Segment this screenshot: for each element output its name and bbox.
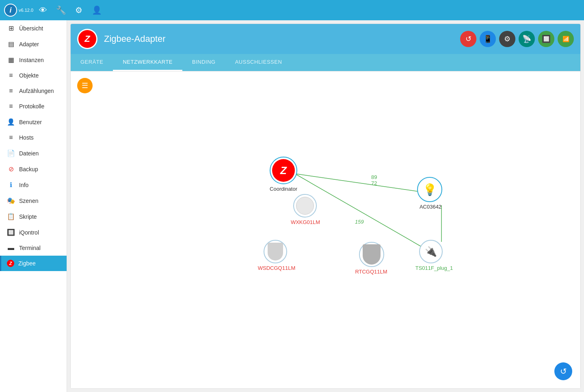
zigbee-icon: Z <box>7 260 14 267</box>
sidebar-label-objekte: Objekte <box>19 72 39 79</box>
label-wsdcgq11lm: WSDCGQ11LM <box>254 265 299 271</box>
node-coordinator[interactable]: Z <box>270 157 297 184</box>
objekte-icon: ≡ <box>7 72 15 79</box>
skripte-icon: 📋 <box>7 213 15 220</box>
sidebar-item-objekte[interactable]: ≡ Objekte <box>0 68 67 83</box>
sidebar-label-benutzer: Benutzer <box>19 119 42 125</box>
version-label: v6.12.0 <box>19 8 33 13</box>
network-lines: 89 72 159 <box>71 71 580 388</box>
adapter-header: Z Zigbee-Adapter ↺ 📱 ⚙ 📡 🔲 📶 <box>71 24 580 54</box>
sidebar-item-info[interactable]: ℹ Info <box>0 177 67 193</box>
settings-extra-button[interactable]: ⚙ <box>499 31 515 47</box>
menu-button[interactable]: ☰ <box>77 78 93 93</box>
sidebar-label-dateien: Dateien <box>19 150 39 157</box>
instanzen-icon: ▦ <box>7 56 15 64</box>
label-rtcgq11lm: RTCGQ11LM <box>351 269 391 275</box>
sidebar-item-uebersicht[interactable]: ⊞ Übersicht <box>0 20 67 36</box>
label-ac03642: AC03642 <box>412 204 449 210</box>
adapter-icon: ▤ <box>7 40 15 48</box>
sidebar-label-aufzaehlungen: Aufzählungen <box>19 88 54 94</box>
label-coordinator: Coordinator <box>265 186 302 192</box>
iqontrol-icon: 🔲 <box>7 228 15 236</box>
sidebar-label-instanzen: Instanzen <box>19 57 44 63</box>
topbar-icons: 👁 🔧 ⚙ 👤 <box>37 4 102 16</box>
sidebar-item-adapter[interactable]: ▤ Adapter <box>0 36 67 52</box>
sidebar-label-protokolle: Protokolle <box>19 103 44 110</box>
label-wxkg01lm: WXKG01LM <box>285 219 326 225</box>
adapter-logo: Z <box>77 29 97 49</box>
sidebar-item-zigbee[interactable]: Z Zigbee <box>0 256 67 271</box>
label-ts011f: TS011F_plug_1 <box>412 265 456 271</box>
tab-geraete[interactable]: GERÄTE <box>71 54 113 71</box>
sidebar-item-instanzen[interactable]: ▦ Instanzen <box>0 52 67 68</box>
app-logo: i <box>4 4 17 17</box>
terminal-icon: ▬ <box>7 244 15 252</box>
tabs-bar: GERÄTE NETZWERKKARTE BINDING AUSSCHLIESS… <box>71 54 580 71</box>
sidebar-item-szenen[interactable]: 🎭 Szenen <box>0 193 67 209</box>
info-icon: ℹ <box>7 181 15 189</box>
eye-icon[interactable]: 👁 <box>37 4 49 16</box>
sidebar-label-uebersicht: Übersicht <box>19 25 43 32</box>
svg-text:159: 159 <box>355 219 364 225</box>
tab-netzwerkkarte[interactable]: NETZWERKKARTE <box>113 54 182 71</box>
sidebar-label-backup: Backup <box>19 166 38 172</box>
tab-binding[interactable]: BINDING <box>182 54 225 71</box>
svg-text:72: 72 <box>371 180 377 186</box>
sidebar-label-terminal: Terminal <box>19 245 41 251</box>
adapter-actions: ↺ 📱 ⚙ 📡 🔲 📶 <box>460 31 574 47</box>
wrench-icon[interactable]: 🔧 <box>55 4 67 16</box>
sidebar-item-hosts[interactable]: ≡ Hosts <box>0 130 67 145</box>
sidebar-item-terminal[interactable]: ▬ Terminal <box>0 240 67 256</box>
backup-icon: ⊘ <box>7 165 15 173</box>
sidebar: ⊞ Übersicht ▤ Adapter ▦ Instanzen ≡ Obje… <box>0 20 67 392</box>
sidebar-item-skripte[interactable]: 📋 Skripte <box>0 209 67 224</box>
topbar: i v6.12.0 👁 🔧 ⚙ 👤 <box>0 0 584 20</box>
svg-text:89: 89 <box>371 174 377 180</box>
svg-line-3 <box>295 174 432 253</box>
tab-ausschliessen[interactable]: AUSSCHLIESSEN <box>225 54 292 71</box>
sidebar-label-zigbee: Zigbee <box>18 260 36 267</box>
uebersicht-icon: ⊞ <box>7 24 15 32</box>
sidebar-item-benutzer[interactable]: 👤 Benutzer <box>0 114 67 130</box>
adapter-title: Zigbee-Adapter <box>104 34 166 44</box>
benutzer-icon: 👤 <box>7 118 15 126</box>
sidebar-item-backup[interactable]: ⊘ Backup <box>0 161 67 177</box>
sidebar-label-iqontrol: iQontrol <box>19 229 39 236</box>
sidebar-label-skripte: Skripte <box>19 213 37 220</box>
aufzaehlungen-icon: ≡ <box>7 87 15 95</box>
adapter-logo-inner: Z <box>78 30 96 48</box>
sidebar-label-info: Info <box>19 182 28 188</box>
chip-button[interactable]: 🔲 <box>538 31 554 47</box>
main-content: Z Zigbee-Adapter ↺ 📱 ⚙ 📡 🔲 📶 GERÄTE NETZ… <box>70 24 581 389</box>
node-wxkg01lm[interactable] <box>293 194 317 218</box>
sidebar-label-szenen: Szenen <box>19 198 38 204</box>
sidebar-label-adapter: Adapter <box>19 41 39 47</box>
protokolle-icon: ≡ <box>7 103 15 110</box>
sidebar-item-dateien[interactable]: 📄 Dateien <box>0 145 67 161</box>
profile-icon[interactable]: 👤 <box>91 4 102 16</box>
gear-icon[interactable]: ⚙ <box>73 4 84 16</box>
refresh-button[interactable]: ↺ <box>554 362 572 380</box>
sidebar-item-aufzaehlungen[interactable]: ≡ Aufzählungen <box>0 83 67 99</box>
signal-button[interactable]: 📶 <box>558 31 574 47</box>
node-ts011f[interactable]: 🔌 <box>419 240 443 263</box>
sidebar-item-iqontrol[interactable]: 🔲 iQontrol <box>0 224 67 240</box>
restart-button[interactable]: ↺ <box>460 31 476 47</box>
sidebar-label-hosts: Hosts <box>19 134 34 141</box>
antenna-button[interactable]: 📡 <box>519 31 535 47</box>
sidebar-item-protokolle[interactable]: ≡ Protokolle <box>0 99 67 114</box>
svg-line-0 <box>295 174 430 193</box>
dateien-icon: 📄 <box>7 149 15 157</box>
mobile-button[interactable]: 📱 <box>480 31 496 47</box>
node-rtcgq11lm[interactable] <box>359 242 384 267</box>
node-ac03642[interactable]: 💡 <box>417 177 442 202</box>
node-wsdcgq11lm[interactable] <box>264 240 287 263</box>
szenen-icon: 🎭 <box>7 197 15 205</box>
hosts-icon: ≡ <box>7 134 15 141</box>
network-map: ☰ 89 72 159 Z Coordinator <box>71 71 580 388</box>
